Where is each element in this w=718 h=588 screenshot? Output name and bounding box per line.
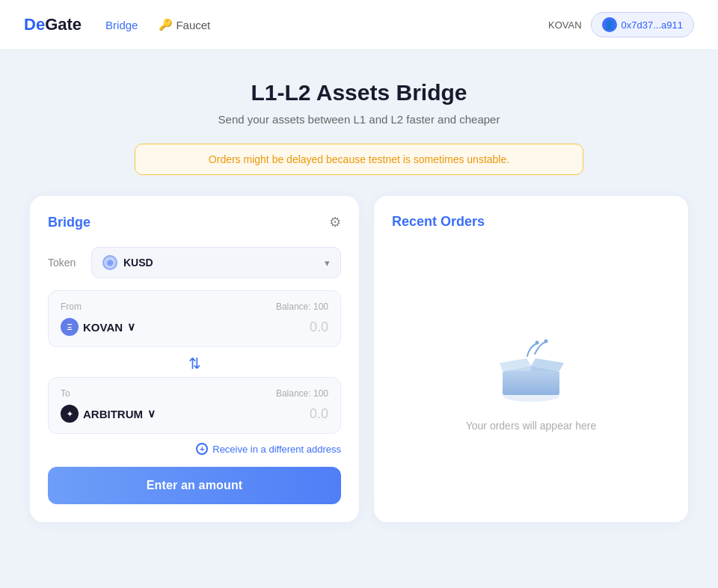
- nav: Bridge 🔑 Faucet: [105, 18, 548, 31]
- from-label: From: [61, 301, 82, 312]
- logo-gate: Gate: [45, 15, 82, 34]
- to-chain-button[interactable]: ✦ ARBITRUM ∨: [61, 405, 156, 423]
- from-box-row: Ξ KOVAN ∨ 0.0: [61, 318, 328, 336]
- from-box: From Balance: 100 Ξ KOVAN ∨ 0.0: [48, 290, 341, 347]
- settings-icon[interactable]: ⚙: [329, 214, 341, 230]
- plus-circle-icon: +: [196, 443, 208, 455]
- eth-icon: Ξ: [61, 318, 79, 336]
- faucet-label: Faucet: [176, 19, 210, 31]
- main-content: Bridge ⚙ Token ◎ KUSD ▾ From Balance: 10…: [0, 196, 718, 552]
- arb-icon: ✦: [61, 405, 79, 423]
- token-label: Token: [48, 257, 81, 269]
- token-select-inner: ◎ KUSD: [102, 255, 153, 270]
- swap-icon-container: ⇅: [48, 350, 341, 377]
- bridge-card-header: Bridge ⚙: [48, 214, 341, 230]
- token-field-row: Token ◎ KUSD ▾: [48, 247, 341, 278]
- bridge-card: Bridge ⚙ Token ◎ KUSD ▾ From Balance: 10…: [30, 196, 359, 522]
- nav-faucet[interactable]: 🔑 Faucet: [159, 18, 210, 31]
- token-icon: ◎: [102, 255, 117, 270]
- wallet-address: 0x7d37...a911: [622, 19, 683, 31]
- svg-rect-2: [503, 371, 559, 395]
- logo-de: De: [24, 15, 45, 34]
- from-chain-button[interactable]: Ξ KOVAN ∨: [61, 318, 135, 336]
- to-amount: 0.0: [310, 406, 328, 422]
- orders-title: Recent Orders: [392, 214, 485, 230]
- swap-icon[interactable]: ⇅: [188, 355, 201, 373]
- svg-point-7: [536, 340, 539, 344]
- to-balance-text: Balance: 100: [276, 388, 328, 399]
- from-chain-name: KOVAN: [83, 321, 123, 334]
- to-chain-name: ARBITRUM: [83, 408, 143, 420]
- svg-point-8: [544, 339, 548, 343]
- nav-bridge[interactable]: Bridge: [105, 19, 138, 31]
- faucet-icon: 🔑: [159, 18, 173, 31]
- to-box: To Balance: 100 ✦ ARBITRUM ∨ 0.0: [48, 377, 341, 434]
- receive-diff-row[interactable]: + Receive in a different address: [48, 443, 341, 455]
- token-name: KUSD: [123, 257, 153, 269]
- empty-box-illustration: [486, 330, 576, 405]
- orders-empty-text: Your orders will appear here: [466, 420, 597, 432]
- from-chain-chevron: ∨: [127, 320, 135, 334]
- to-chain-chevron: ∨: [147, 407, 156, 420]
- to-label: To: [61, 388, 70, 399]
- header: DeGate Bridge 🔑 Faucet KOVAN 👤 0x7d37...…: [0, 0, 718, 50]
- wallet-avatar: 👤: [602, 17, 617, 32]
- token-select[interactable]: ◎ KUSD ▾: [91, 247, 341, 278]
- to-box-row: ✦ ARBITRUM ∨ 0.0: [61, 405, 328, 423]
- hero-section: L1-L2 Assets Bridge Send your assets bet…: [0, 50, 718, 144]
- from-balance-text: Balance: 100: [276, 301, 328, 312]
- network-badge: KOVAN: [548, 19, 582, 31]
- page-title: L1-L2 Assets Bridge: [15, 80, 703, 105]
- wallet-button[interactable]: 👤 0x7d37...a911: [591, 12, 694, 37]
- bridge-card-title: Bridge: [48, 215, 90, 230]
- orders-empty-state: Your orders will appear here: [392, 242, 670, 504]
- from-amount: 0.0: [310, 319, 328, 335]
- header-right: KOVAN 👤 0x7d37...a911: [548, 12, 694, 37]
- logo: DeGate: [24, 15, 82, 34]
- alert-message: Orders might be delayed because testnet …: [209, 153, 509, 165]
- token-chevron-icon: ▾: [325, 257, 330, 269]
- alert-banner: Orders might be delayed because testnet …: [135, 144, 583, 175]
- receive-diff-label: Receive in a different address: [212, 444, 341, 455]
- to-box-header: To Balance: 100: [61, 388, 328, 399]
- from-box-header: From Balance: 100: [61, 301, 328, 312]
- page-subtitle: Send your assets between L1 and L2 faste…: [15, 113, 703, 126]
- orders-card: Recent Orders: [374, 196, 688, 522]
- submit-button[interactable]: Enter an amount: [48, 467, 341, 504]
